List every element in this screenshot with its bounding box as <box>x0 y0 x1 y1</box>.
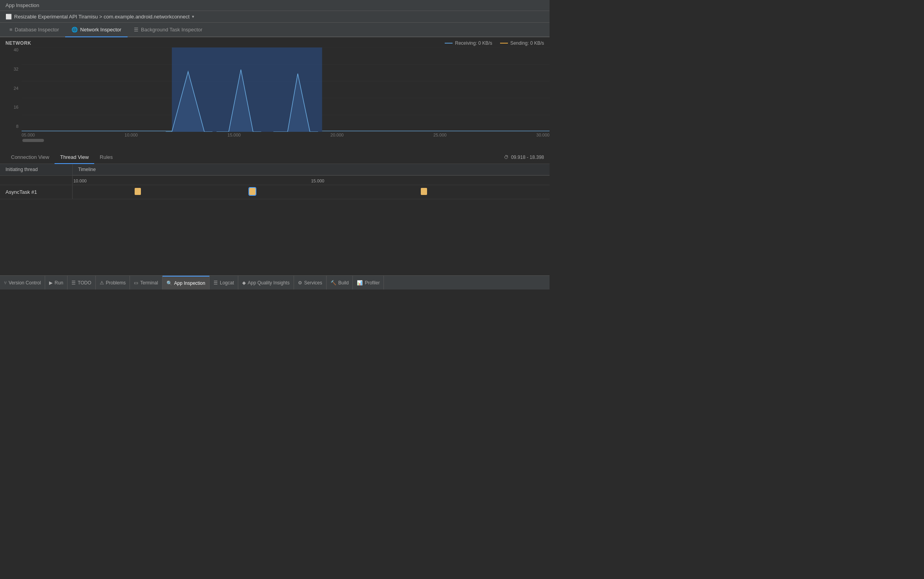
toolbar-label-terminal: Terminal <box>140 280 158 286</box>
legend-receiving-line <box>445 43 453 44</box>
toolbar-item-terminal[interactable]: ▭ Terminal <box>130 276 162 290</box>
toolbar-label-profiler: Profiler <box>365 280 380 286</box>
run-icon: ▶ <box>49 280 53 286</box>
x-label-10000: 10.000 <box>124 133 138 137</box>
table-row[interactable]: AsyncTask #1 <box>0 185 550 199</box>
tab-rules-label: Rules <box>100 154 113 160</box>
chart-x-axis: 05.000 10.000 15.000 20.000 25.000 30.00… <box>0 132 550 137</box>
toolbar-item-profiler[interactable]: 📊 Profiler <box>353 276 384 290</box>
tab-thread-view[interactable]: Thread View <box>55 151 94 164</box>
logcat-icon: ☰ <box>214 280 218 286</box>
x-label-05000: 05.000 <box>22 133 35 137</box>
app-quality-icon: ◆ <box>242 280 246 286</box>
build-icon: 🔨 <box>331 280 336 286</box>
ruler-label-15000: 15.000 <box>311 178 325 183</box>
legend-receiving: Receiving: 0 KB/s <box>445 40 492 46</box>
tab-background[interactable]: ☰ Background Task Inspector <box>128 23 209 37</box>
tab-thread-label: Thread View <box>60 154 89 160</box>
tab-connection-view[interactable]: Connection View <box>5 151 55 164</box>
tabs-bar: ≡ Database Inspector🌐 Network Inspector☰… <box>0 23 550 37</box>
time-range-display: ⏱ 09.918 - 18.398 <box>504 155 544 160</box>
y-label-32: 32 <box>5 67 18 71</box>
task-block-3[interactable] <box>421 188 427 195</box>
problems-icon: ⚠ <box>100 280 104 286</box>
thread-cell-asynctask: AsyncTask #1 <box>0 185 73 199</box>
todo-icon: ☰ <box>71 280 76 286</box>
tab-connection-label: Connection View <box>11 154 49 160</box>
table-body: AsyncTask #1 <box>0 185 550 275</box>
tab-rules[interactable]: Rules <box>94 151 118 164</box>
database-tab-icon: ≡ <box>9 27 13 33</box>
toolbar-label-version-control: Version Control <box>9 280 41 286</box>
toolbar-item-run[interactable]: ▶ Run <box>45 276 68 290</box>
toolbar-label-build: Build <box>338 280 349 286</box>
toolbar-label-app-inspection: App Inspection <box>174 280 205 286</box>
task-block-2[interactable] <box>249 188 256 195</box>
toolbar-label-problems: Problems <box>106 280 126 286</box>
table-area: Initiating thread Timeline 10.000 15.000… <box>0 164 550 275</box>
tab-database[interactable]: ≡ Database Inspector <box>3 23 65 37</box>
app-inspection-icon: 🔍 <box>166 280 172 286</box>
y-label-8: 8 <box>5 124 18 129</box>
network-tab-label: Network Inspector <box>80 27 121 33</box>
legend-receiving-label: Receiving: 0 KB/s <box>455 40 492 46</box>
toolbar-label-logcat: Logcat <box>220 280 234 286</box>
scrollbar-thumb[interactable] <box>22 139 44 142</box>
chart-legend: Receiving: 0 KB/s Sending: 0 KB/s <box>445 40 544 46</box>
device-bar[interactable]: ⬜ Resizable Experimental API Tiramisu > … <box>0 11 550 23</box>
network-chart-container: NETWORK Receiving: 0 KB/s Sending: 0 KB/… <box>0 37 550 151</box>
background-tab-label: Background Task Inspector <box>141 27 203 33</box>
timeline-cell-asynctask[interactable] <box>73 185 550 199</box>
view-tabs-left: Connection View Thread View Rules <box>5 151 118 164</box>
chart-scrollbar[interactable] <box>0 137 550 144</box>
toolbar-item-problems[interactable]: ⚠ Problems <box>96 276 130 290</box>
x-label-30000: 30.000 <box>536 133 550 137</box>
x-label-20000: 20.000 <box>331 133 344 137</box>
chart-header: NETWORK Receiving: 0 KB/s Sending: 0 KB/… <box>0 37 550 47</box>
terminal-icon: ▭ <box>134 280 138 286</box>
toolbar-item-logcat[interactable]: ☰ Logcat <box>210 276 238 290</box>
toolbar-item-version-control[interactable]: ⑂ Version Control <box>0 276 45 290</box>
chart-svg <box>22 47 550 132</box>
ruler-timeline: 10.000 15.000 <box>73 176 550 185</box>
thread-name-asynctask: AsyncTask #1 <box>5 189 37 195</box>
task-block-1[interactable] <box>135 188 141 195</box>
y-label-40: 40 <box>5 47 18 52</box>
timeline-label-text: Timeline <box>78 167 96 172</box>
bottom-toolbar: ⑂ Version Control ▶ Run ☰ TODO ⚠ Problem… <box>0 275 550 290</box>
chart-plot-area[interactable] <box>22 47 550 132</box>
database-tab-label: Database Inspector <box>15 27 59 33</box>
services-icon: ⚙ <box>298 280 302 286</box>
toolbar-label-run: Run <box>55 280 63 286</box>
toolbar-label-app-quality: App Quality Insights <box>248 280 290 286</box>
toolbar-label-services: Services <box>304 280 322 286</box>
timeline-column-header: Timeline <box>73 164 550 175</box>
legend-sending-line <box>500 43 508 44</box>
table-header: Initiating thread Timeline <box>0 164 550 176</box>
toolbar-item-app-quality[interactable]: ◆ App Quality Insights <box>238 276 294 290</box>
ruler-empty-cell <box>0 176 73 185</box>
x-label-25000: 25.000 <box>433 133 447 137</box>
view-tabs-bar: Connection View Thread View Rules ⏱ 09.9… <box>0 151 550 164</box>
background-tab-icon: ☰ <box>134 27 139 33</box>
network-tab-icon: 🌐 <box>71 27 78 33</box>
toolbar-item-build[interactable]: 🔨 Build <box>327 276 353 290</box>
chart-y-axis: 40 32 24 16 8 <box>0 47 22 132</box>
title-bar: App Inspection <box>0 0 550 11</box>
chart-title: NETWORK <box>5 40 31 46</box>
toolbar-item-app-inspection[interactable]: 🔍 App Inspection <box>163 276 210 290</box>
title-bar-label: App Inspection <box>5 2 39 8</box>
thread-col-label: Initiating thread <box>5 167 38 172</box>
legend-sending: Sending: 0 KB/s <box>500 40 544 46</box>
toolbar-item-services[interactable]: ⚙ Services <box>294 276 327 290</box>
timeline-col-label: Timeline <box>73 164 550 175</box>
legend-sending-label: Sending: 0 KB/s <box>510 40 544 46</box>
tab-network[interactable]: 🌐 Network Inspector <box>65 23 128 37</box>
chevron-down-icon[interactable]: ▾ <box>192 14 194 19</box>
device-selector-label: Resizable Experimental API Tiramisu > co… <box>14 14 190 20</box>
toolbar-item-todo[interactable]: ☰ TODO <box>68 276 95 290</box>
y-label-16: 16 <box>5 105 18 109</box>
toolbar-label-todo: TODO <box>78 280 91 286</box>
y-label-24: 24 <box>5 86 18 91</box>
clock-icon: ⏱ <box>504 155 509 160</box>
